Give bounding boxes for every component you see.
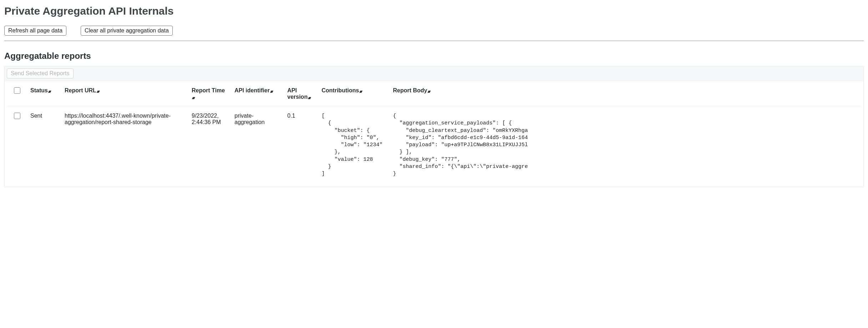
- column-header-api-identifier[interactable]: API identifier: [231, 81, 284, 106]
- report-body-json: { "aggregation_service_payloads": [ { "d…: [393, 113, 857, 178]
- reports-table: Status Report URL Report Time API identi…: [7, 81, 861, 184]
- column-header-status-label: Status: [30, 87, 48, 93]
- cell-api-identifier: private-aggregation: [231, 106, 284, 184]
- sort-icon: [97, 89, 99, 93]
- column-header-select: [7, 81, 27, 106]
- cell-report-url: https://localhost:4437/.well-known/priva…: [61, 106, 188, 184]
- column-header-report-time-label: Report Time: [192, 87, 225, 93]
- sort-icon: [192, 96, 194, 100]
- column-header-report-time[interactable]: Report Time: [188, 81, 231, 106]
- divider: [4, 41, 864, 41]
- clear-data-button[interactable]: Clear all private aggregation data: [81, 26, 173, 36]
- sort-icon: [359, 89, 362, 93]
- column-header-report-url[interactable]: Report URL: [61, 81, 188, 106]
- column-header-report-body-label: Report Body: [393, 87, 427, 93]
- cell-contributions: [ { "bucket": { "high": "0", "low": "123…: [318, 106, 389, 184]
- cell-report-body: { "aggregation_service_payloads": [ { "d…: [389, 106, 861, 184]
- column-header-api-version-label: API version: [287, 87, 308, 100]
- column-header-status[interactable]: Status: [27, 81, 61, 106]
- reports-card: Send Selected Reports Status: [4, 66, 864, 187]
- cell-status: Sent: [27, 106, 61, 184]
- section-title: Aggregatable reports: [4, 51, 864, 61]
- column-header-api-version[interactable]: API version: [284, 81, 318, 106]
- top-toolbar: Refresh all page data Clear all private …: [4, 26, 864, 36]
- refresh-button[interactable]: Refresh all page data: [4, 26, 66, 36]
- row-select-checkbox[interactable]: [14, 113, 20, 119]
- column-header-report-url-label: Report URL: [65, 87, 96, 93]
- column-header-contributions[interactable]: Contributions: [318, 81, 389, 106]
- page-title: Private Aggregation API Internals: [4, 5, 864, 17]
- card-toolbar: Send Selected Reports: [5, 66, 863, 81]
- table-row: Sent https://localhost:4437/.well-known/…: [7, 106, 861, 184]
- send-selected-button[interactable]: Send Selected Reports: [7, 68, 74, 78]
- sort-icon: [48, 89, 50, 93]
- column-header-report-body[interactable]: Report Body: [389, 81, 861, 106]
- table-scroll-region[interactable]: Status Report URL Report Time API identi…: [5, 81, 863, 187]
- contributions-json: [ { "bucket": { "high": "0", "low": "123…: [322, 113, 386, 178]
- select-all-checkbox[interactable]: [14, 87, 20, 94]
- cell-api-version: 0.1: [284, 106, 318, 184]
- sort-icon: [308, 96, 310, 100]
- column-header-api-identifier-label: API identifier: [234, 87, 270, 93]
- sort-icon: [428, 89, 430, 93]
- column-header-contributions-label: Contributions: [322, 87, 359, 93]
- cell-report-time: 9/23/2022, 2:44:36 PM: [188, 106, 231, 184]
- sort-icon: [270, 89, 272, 93]
